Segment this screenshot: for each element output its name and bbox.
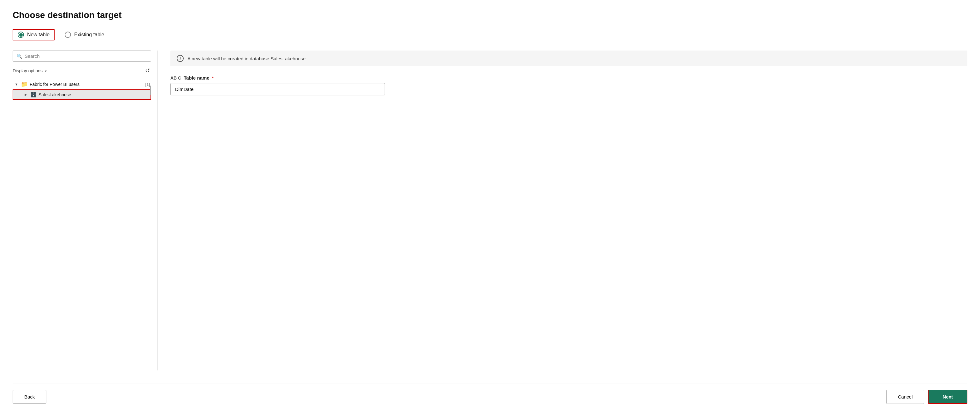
- page-title: Choose destination target: [13, 10, 967, 20]
- expand-icon: ▶: [23, 93, 29, 96]
- info-banner-text: A new table will be created in database …: [188, 56, 305, 61]
- tree-database-item[interactable]: ▶ 🗄️ SalesLakehouse: [13, 90, 151, 100]
- back-button[interactable]: Back: [13, 390, 46, 404]
- refresh-button[interactable]: ↺: [144, 66, 151, 75]
- folder-icon: 📁: [21, 81, 28, 88]
- table-name-input[interactable]: [170, 83, 385, 95]
- table-name-label: AB C Table name *: [170, 75, 967, 80]
- database-label: SalesLakehouse: [38, 92, 149, 97]
- search-icon: 🔍: [17, 54, 22, 59]
- search-input[interactable]: [25, 53, 147, 59]
- info-banner: i A new table will be created in databas…: [170, 51, 967, 66]
- chevron-down-icon: ∨: [45, 69, 47, 73]
- main-content: 🔍 Display options ∨ ↺ ▼ 📁 Fabric for Pow…: [13, 51, 967, 371]
- required-star: *: [212, 75, 214, 80]
- radio-existing-table[interactable]: Existing table: [65, 32, 104, 38]
- folder-label: Fabric for Power BI users: [30, 82, 143, 87]
- table-name-label-text: Table name: [184, 75, 209, 80]
- radio-group: New table Existing table: [13, 29, 967, 40]
- collapse-icon: ▼: [14, 82, 19, 86]
- cancel-button[interactable]: Cancel: [886, 390, 924, 404]
- display-options-button[interactable]: Display options ∨: [13, 68, 47, 73]
- radio-new-table[interactable]: New table: [13, 29, 54, 40]
- radio-new-table-circle: [18, 32, 24, 38]
- scrollbar: [150, 86, 151, 95]
- footer-right-buttons: Cancel Next: [886, 390, 967, 404]
- tree-folder-item[interactable]: ▼ 📁 Fabric for Power BI users [1]: [13, 79, 151, 90]
- folder-count: [1]: [145, 82, 150, 87]
- left-panel: 🔍 Display options ∨ ↺ ▼ 📁 Fabric for Pow…: [13, 51, 158, 371]
- table-name-section: AB C Table name *: [170, 75, 967, 95]
- radio-existing-table-label: Existing table: [74, 32, 104, 38]
- radio-existing-table-circle: [65, 32, 71, 38]
- footer: Back Cancel Next: [13, 383, 967, 404]
- right-panel: i A new table will be created in databas…: [158, 51, 967, 371]
- database-icon: 🗄️: [30, 91, 37, 98]
- display-options-label-text: Display options: [13, 68, 43, 73]
- display-options-row: Display options ∨ ↺: [13, 66, 151, 75]
- radio-new-table-label: New table: [27, 32, 49, 38]
- search-box[interactable]: 🔍: [13, 51, 151, 62]
- tree-area: ▼ 📁 Fabric for Power BI users [1] ▶ 🗄️ S…: [13, 79, 151, 371]
- ab-icon: AB C: [170, 75, 181, 80]
- next-button[interactable]: Next: [928, 390, 967, 404]
- info-icon: i: [177, 55, 184, 62]
